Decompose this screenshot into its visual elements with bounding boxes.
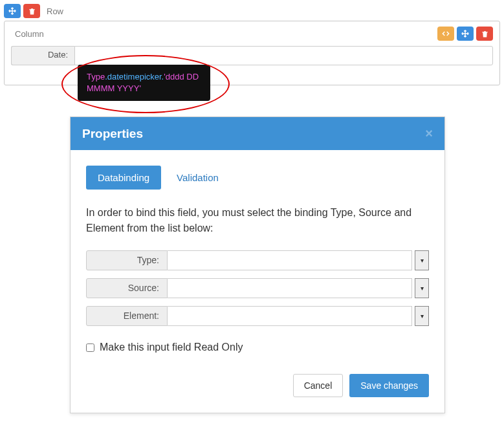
readonly-label: Make this input field Read Only <box>100 342 243 353</box>
readonly-checkbox[interactable] <box>86 343 94 352</box>
save-button[interactable]: Save changes <box>349 374 429 397</box>
type-select[interactable] <box>168 250 412 270</box>
close-icon[interactable]: × <box>425 126 433 141</box>
modal-header: Properties × <box>71 117 444 150</box>
code-icon[interactable] <box>437 27 454 41</box>
tab-list: Databinding Validation <box>86 166 429 190</box>
date-field: Date: <box>11 46 493 65</box>
tooltip-type: Type <box>87 72 105 82</box>
row-label: Row <box>47 6 63 16</box>
chevron-down-icon[interactable]: ▾ <box>415 306 429 326</box>
trash-icon[interactable] <box>476 27 493 41</box>
type-label: Type: <box>86 250 168 270</box>
row-header: Row <box>4 4 500 18</box>
modal-footer: Cancel Save changes <box>86 374 429 397</box>
properties-modal: Properties × Databinding Validation In o… <box>70 116 445 413</box>
trash-icon[interactable] <box>23 4 40 18</box>
move-icon[interactable] <box>4 4 21 18</box>
chevron-down-icon[interactable]: ▾ <box>415 278 429 298</box>
date-field-label: Date: <box>11 46 74 65</box>
instruction-text: In order to bind this field, you must se… <box>86 205 429 236</box>
tab-validation[interactable]: Validation <box>165 166 230 190</box>
cancel-button[interactable]: Cancel <box>293 374 344 397</box>
readonly-row: Make this input field Read Only <box>86 342 429 353</box>
source-select[interactable] <box>168 278 412 298</box>
column-actions <box>437 27 493 41</box>
type-row: Type: ▾ <box>86 250 429 270</box>
tab-databinding[interactable]: Databinding <box>86 166 161 190</box>
move-icon[interactable] <box>457 27 474 41</box>
element-row: Element: ▾ <box>86 306 429 326</box>
tooltip-path: .datetimepicker. <box>105 72 164 82</box>
source-row: Source: ▾ <box>86 278 429 298</box>
binding-tooltip: Type.datetimepicker.'dddd DD MMMM YYYY' <box>78 65 210 101</box>
column-label: Column <box>15 29 44 39</box>
chevron-down-icon[interactable]: ▾ <box>415 250 429 270</box>
element-label: Element: <box>86 306 168 326</box>
modal-title: Properties <box>82 127 143 141</box>
date-input[interactable] <box>74 46 493 65</box>
source-label: Source: <box>86 278 168 298</box>
element-select[interactable] <box>168 306 412 326</box>
